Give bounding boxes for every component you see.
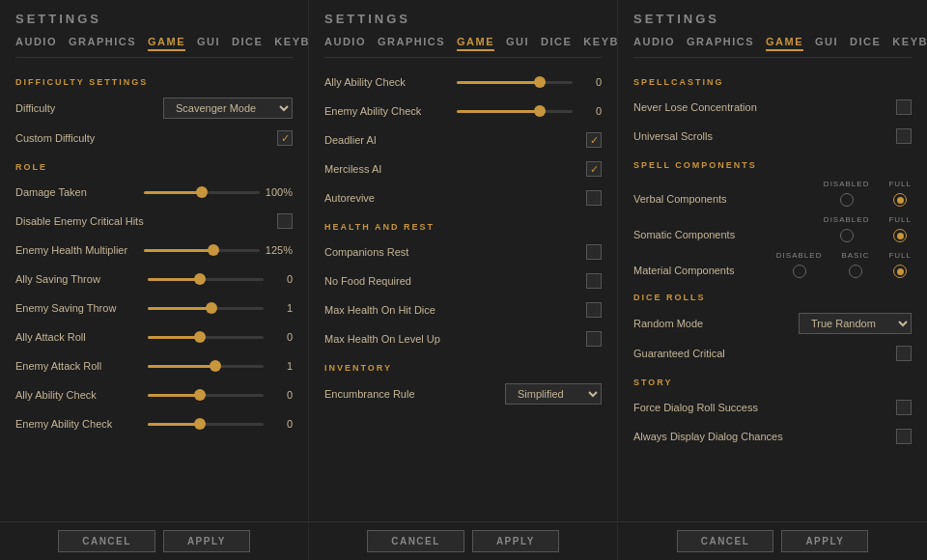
checkbox-custom-difficulty[interactable] xyxy=(277,130,293,146)
label-concentration: Never Lose Concentration xyxy=(633,101,896,113)
slider-damage-taken[interactable]: 100% xyxy=(144,186,293,198)
slider-ally-saving[interactable]: 0 xyxy=(148,273,293,285)
tab-graphics-left[interactable]: GRAPHICS xyxy=(69,34,136,51)
apply-button-mid[interactable]: APPLY xyxy=(472,530,559,552)
slider-enemy-ability[interactable]: 0 xyxy=(148,418,293,430)
cancel-button-right[interactable]: CANCEL xyxy=(677,530,774,552)
somatic-full-label: FULL xyxy=(888,215,912,224)
section-story: STORY xyxy=(633,378,912,387)
label-enemy-attack: Enemy Attack Roll xyxy=(15,360,148,372)
checkbox-max-health-hit[interactable] xyxy=(586,302,602,318)
right-panel-content: SPELLCASTING Never Lose Concentration Un… xyxy=(618,58,927,521)
slider-enemy-saving[interactable]: 1 xyxy=(148,302,293,314)
middle-nav-tabs: AUDIO GRAPHICS GAME GUI DICE KEYBOARD xyxy=(324,34,602,58)
label-merciless-ai: Merciless AI xyxy=(324,163,586,175)
tab-audio-left[interactable]: AUDIO xyxy=(15,34,57,51)
checkbox-merciless-ai[interactable] xyxy=(586,161,602,177)
left-panel-header: SETTINGS AUDIO GRAPHICS GAME GUI DICE KE… xyxy=(0,0,308,58)
checkbox-display-dialog[interactable] xyxy=(896,429,912,444)
material-basic-radio[interactable] xyxy=(849,265,862,278)
row-max-health-hit: Max Health On Hit Dice xyxy=(324,295,602,324)
slider-mid-ally-ability[interactable]: 0 xyxy=(457,76,602,88)
checkbox-companions-rest[interactable] xyxy=(586,244,602,260)
somatic-full-option: FULL xyxy=(888,215,912,242)
value-enemy-ability: 0 xyxy=(269,418,293,430)
tab-audio-right[interactable]: AUDIO xyxy=(633,34,675,51)
dropdown-encumbrance[interactable]: Simplified Disabled Standard xyxy=(505,383,602,405)
verbal-full-label: FULL xyxy=(888,180,912,188)
row-guaranteed-crit: Guaranteed Critical xyxy=(633,339,912,368)
checkbox-no-food[interactable] xyxy=(586,273,602,289)
tab-gui-mid[interactable]: GUI xyxy=(506,34,529,51)
slider-ally-ability[interactable]: 0 xyxy=(148,389,293,401)
label-mid-ally-ability: Ally Ability Check xyxy=(324,76,457,88)
tab-dice-left[interactable]: DICE xyxy=(232,34,263,51)
tab-game-left[interactable]: GAME xyxy=(148,34,185,51)
row-enemy-attack: Enemy Attack Roll 1 xyxy=(15,351,293,380)
tab-gui-left[interactable]: GUI xyxy=(197,34,220,51)
slider-enemy-health[interactable]: 125% xyxy=(144,244,293,256)
apply-button-left[interactable]: APPLY xyxy=(163,530,250,552)
tab-graphics-right[interactable]: GRAPHICS xyxy=(687,34,754,51)
tab-gui-right[interactable]: GUI xyxy=(815,34,838,51)
material-full-radio[interactable] xyxy=(893,265,907,278)
section-inventory: INVENTORY xyxy=(324,363,602,373)
material-full-label: FULL xyxy=(888,251,912,260)
right-footer: CANCEL APPLY xyxy=(618,521,927,560)
checkbox-universal-scrolls[interactable] xyxy=(896,128,912,144)
dropdown-random-mode[interactable]: True Random Digital Dice Pre-rolled xyxy=(799,313,912,334)
material-disabled-radio[interactable] xyxy=(793,265,806,278)
cancel-button-mid[interactable]: CANCEL xyxy=(367,530,464,552)
label-mid-enemy-ability: Enemy Ability Check xyxy=(324,105,457,117)
checkbox-deadlier-ai[interactable] xyxy=(586,132,602,148)
tab-keyboard-right[interactable]: KEYBOARD xyxy=(892,34,927,51)
apply-button-right[interactable]: APPLY xyxy=(781,530,868,552)
checkbox-guaranteed-crit[interactable] xyxy=(896,346,912,361)
tab-game-mid[interactable]: GAME xyxy=(457,34,494,51)
label-max-health-hit: Max Health On Hit Dice xyxy=(324,304,586,316)
middle-panel: SETTINGS AUDIO GRAPHICS GAME GUI DICE KE… xyxy=(309,0,618,560)
slider-ally-attack[interactable]: 0 xyxy=(148,331,293,343)
verbal-disabled-label: DISABLED xyxy=(824,180,870,188)
material-basic-option: BASIC xyxy=(841,251,869,278)
label-display-dialog: Always Display Dialog Chances xyxy=(633,431,896,442)
left-nav-tabs: AUDIO GRAPHICS GAME GUI DICE KEYBOARD xyxy=(15,34,293,58)
checkbox-force-dialog[interactable] xyxy=(896,400,912,415)
section-spell-components: SPELL COMPONENTS xyxy=(633,160,912,170)
section-spellcasting: SPELLCASTING xyxy=(633,77,912,87)
tab-dice-right[interactable]: DICE xyxy=(850,34,881,51)
checkbox-max-health-level[interactable] xyxy=(586,331,602,347)
tab-dice-mid[interactable]: DICE xyxy=(541,34,572,51)
somatic-disabled-radio[interactable] xyxy=(840,229,854,242)
right-panel-header: SETTINGS AUDIO GRAPHICS GAME GUI DICE KE… xyxy=(618,0,927,58)
row-merciless-ai: Merciless AI xyxy=(324,154,602,183)
value-enemy-health: 125% xyxy=(266,244,293,256)
row-material: Material Components DISABLED BASIC FULL xyxy=(633,247,912,283)
row-mid-enemy-ability: Enemy Ability Check 0 xyxy=(324,97,602,126)
somatic-full-radio[interactable] xyxy=(893,229,907,242)
slider-mid-enemy-ability[interactable]: 0 xyxy=(457,105,602,117)
tab-graphics-mid[interactable]: GRAPHICS xyxy=(378,34,445,51)
checkbox-autorevive[interactable] xyxy=(586,190,602,206)
middle-panel-header: SETTINGS AUDIO GRAPHICS GAME GUI DICE KE… xyxy=(309,0,617,58)
row-ally-ability: Ally Ability Check 0 xyxy=(15,380,293,409)
label-max-health-level: Max Health On Level Up xyxy=(324,333,586,345)
checkbox-concentration[interactable] xyxy=(896,99,912,115)
cancel-button-left[interactable]: CANCEL xyxy=(58,530,155,552)
row-mid-ally-ability: Ally Ability Check 0 xyxy=(324,68,602,97)
label-no-food: No Food Required xyxy=(324,275,586,287)
label-verbal: Verbal Components xyxy=(633,180,824,205)
tab-game-right[interactable]: GAME xyxy=(766,34,803,51)
tab-keyboard-mid[interactable]: KEYBOARD xyxy=(583,34,618,51)
dropdown-difficulty[interactable]: Scavenger Mode xyxy=(163,98,293,119)
tab-audio-mid[interactable]: AUDIO xyxy=(324,34,366,51)
label-autorevive: Autorevive xyxy=(324,192,586,204)
row-ally-saving: Ally Saving Throw 0 xyxy=(15,265,293,294)
tab-keyboard-left[interactable]: KEYBOARD xyxy=(274,34,309,51)
verbal-full-radio[interactable] xyxy=(893,193,907,207)
checkbox-disable-crit[interactable] xyxy=(277,213,293,229)
row-display-dialog: Always Display Dialog Chances xyxy=(633,422,912,451)
value-damage-taken: 100% xyxy=(266,186,293,198)
verbal-disabled-radio[interactable] xyxy=(840,193,854,207)
slider-enemy-attack[interactable]: 1 xyxy=(148,360,293,372)
